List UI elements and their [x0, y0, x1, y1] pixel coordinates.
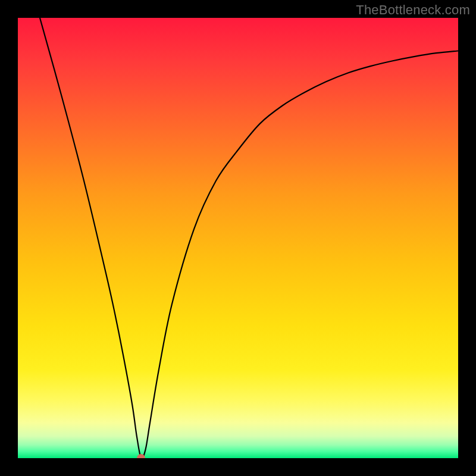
plot-area — [18, 18, 458, 458]
chart-frame: TheBottleneck.com — [0, 0, 476, 476]
watermark-label: TheBottleneck.com — [356, 2, 470, 18]
optimal-point-marker — [137, 454, 145, 458]
bottleneck-curve — [18, 18, 458, 458]
